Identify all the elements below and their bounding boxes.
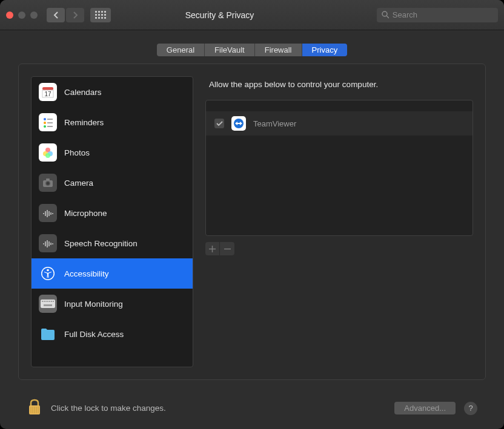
- minus-icon: [224, 246, 231, 252]
- sidebar-item-speech-recognition[interactable]: Speech Recognition: [31, 228, 193, 258]
- search-field[interactable]: [377, 8, 498, 22]
- svg-rect-16: [46, 178, 50, 180]
- minimize-button[interactable]: [18, 11, 25, 19]
- maximize-button[interactable]: [30, 11, 38, 19]
- tab-general[interactable]: General: [157, 44, 205, 56]
- chevron-left-icon: [53, 11, 59, 19]
- sidebar-item-label: Camera: [64, 178, 93, 188]
- window-title: Security & Privacy: [62, 10, 377, 20]
- preferences-window: Security & Privacy General FileVault Fir…: [0, 0, 504, 429]
- close-button[interactable]: [6, 11, 13, 19]
- sidebar-item-label: Input Monitoring: [64, 300, 123, 309]
- svg-text:17: 17: [44, 91, 51, 97]
- svg-rect-40: [51, 301, 52, 302]
- tab-filevault[interactable]: FileVault: [205, 44, 255, 56]
- app-list: TeamViewer: [205, 100, 473, 236]
- svg-rect-2: [42, 87, 53, 90]
- sidebar-item-label: Accessibility: [64, 269, 109, 278]
- svg-point-14: [45, 153, 50, 158]
- svg-rect-37: [45, 301, 47, 302]
- tab-privacy[interactable]: Privacy: [302, 44, 348, 56]
- tab-firewall[interactable]: Firewall: [255, 44, 302, 56]
- speech-recognition-icon: [39, 234, 57, 252]
- tabs: General FileVault Firewall Privacy: [157, 44, 347, 56]
- svg-rect-36: [44, 301, 45, 302]
- sidebar-item-label: Full Disk Access: [64, 330, 124, 339]
- sidebar-item-label: Photos: [64, 148, 90, 157]
- app-name-label: TeamViewer: [253, 119, 296, 128]
- svg-rect-35: [42, 301, 43, 302]
- help-button[interactable]: ?: [464, 402, 477, 415]
- titlebar: Security & Privacy: [0, 0, 504, 30]
- lock-text: Click the lock to make changes.: [51, 404, 386, 413]
- privacy-sidebar: 17 Calendars Reminders Photos: [31, 76, 193, 367]
- lock-button[interactable]: [27, 398, 42, 418]
- add-app-button[interactable]: [205, 242, 220, 255]
- svg-rect-39: [49, 301, 50, 302]
- checkmark-icon: [216, 120, 223, 127]
- main-pane: Allow the apps below to control your com…: [205, 76, 473, 367]
- svg-rect-42: [44, 304, 52, 306]
- settings-panel: 17 Calendars Reminders Photos: [18, 64, 486, 380]
- app-row-teamviewer[interactable]: TeamViewer: [206, 111, 472, 136]
- svg-point-9: [44, 125, 46, 128]
- input-monitoring-icon: [39, 295, 57, 313]
- sidebar-item-camera[interactable]: Camera: [31, 168, 193, 198]
- search-icon: [382, 11, 389, 19]
- camera-icon: [39, 174, 57, 192]
- svg-point-18: [47, 182, 50, 185]
- microphone-icon: [39, 204, 57, 222]
- sidebar-item-label: Microphone: [64, 209, 107, 218]
- sidebar-item-accessibility[interactable]: Accessibility: [31, 258, 193, 289]
- remove-app-button[interactable]: [220, 242, 234, 255]
- sidebar-item-input-monitoring[interactable]: Input Monitoring: [31, 289, 193, 319]
- main-header-text: Allow the apps below to control your com…: [205, 76, 473, 100]
- sidebar-item-full-disk-access[interactable]: Full Disk Access: [31, 319, 193, 349]
- reminders-icon: [39, 113, 57, 131]
- sidebar-item-reminders[interactable]: Reminders: [31, 107, 193, 137]
- sidebar-item-label: Speech Recognition: [64, 239, 138, 248]
- footer: Click the lock to make changes. Advanced…: [18, 392, 486, 429]
- svg-line-1: [386, 16, 389, 18]
- traffic-lights: [6, 11, 38, 19]
- sidebar-item-microphone[interactable]: Microphone: [31, 198, 193, 228]
- add-remove-controls: [205, 242, 473, 255]
- sidebar-item-calendars[interactable]: 17 Calendars: [31, 77, 193, 107]
- photos-icon: [39, 143, 57, 162]
- plus-icon: [209, 246, 216, 252]
- svg-point-0: [382, 11, 387, 16]
- svg-point-7: [44, 122, 46, 124]
- advanced-button[interactable]: Advanced...: [394, 402, 456, 414]
- svg-rect-38: [47, 301, 48, 302]
- full-disk-access-icon: [39, 325, 57, 343]
- teamviewer-icon: [231, 116, 246, 131]
- content-area: General FileVault Firewall Privacy 17 Ca…: [0, 30, 504, 429]
- lock-icon: [27, 398, 42, 416]
- svg-point-5: [44, 118, 46, 120]
- search-input[interactable]: [393, 10, 493, 19]
- calendar-icon: 17: [39, 83, 57, 101]
- sidebar-item-label: Reminders: [64, 118, 104, 127]
- sidebar-item-photos[interactable]: Photos: [31, 137, 193, 168]
- app-checkbox[interactable]: [214, 119, 224, 128]
- svg-rect-41: [53, 301, 54, 302]
- svg-point-33: [47, 269, 49, 272]
- accessibility-icon: [39, 264, 57, 283]
- sidebar-item-label: Calendars: [64, 88, 102, 97]
